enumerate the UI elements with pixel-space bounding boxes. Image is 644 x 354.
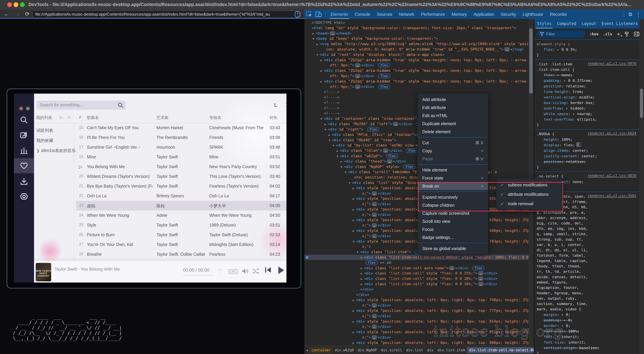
flex-badge[interactable]: flex [378,63,390,68]
song-row[interactable]: 26Picture to BurnwyTaylor SwiftTaylor Sw… [76,230,286,240]
song-row[interactable]: 17Sunshine Girl ~English Ver.~wymoumoonS… [76,142,286,152]
ellipsis-badge[interactable]: … [393,122,398,126]
ellipsis-badge[interactable]: … [355,74,360,78]
zoom-button[interactable] [20,2,25,7]
styles-subtab-layout[interactable]: Layout [579,19,599,29]
dom-tree-line[interactable]: x;"> [304,244,529,249]
devtools-tab-recorder[interactable]: Recorder [546,10,570,19]
dom-tree-line[interactable]: eft: 0px;">…</div> flex [304,63,529,68]
col-album[interactable]: 专辑名 [209,115,221,120]
css-property[interactable]: display: flex; [537,142,639,148]
col-num[interactable]: # [79,115,81,120]
menu-item-duplicate-element[interactable]: Duplicate element [418,120,488,128]
search-box[interactable]: Search for something... [36,101,126,110]
col-title[interactable]: 歌曲名 [87,115,99,120]
ellipsis-badge[interactable]: … [355,63,360,68]
dom-tree-line[interactable]: ▶<div class="list-item-cell" style="flex… [304,271,529,276]
dom-tree-line[interactable]: uto; position: relative; display: block;… [304,175,529,180]
css-source-link[interactable]: renderer.a2…c2.css:4970 [588,62,636,66]
breadcrumb-item[interactable]: container [310,347,333,353]
url-bar[interactable]: file:///Applications/lx-music-desktop.ap… [32,11,298,18]
song-row[interactable]: 16I'll Be There For YouwyThe RembrandtsF… [76,133,286,142]
menu-item-copy[interactable]: Copy> [418,147,488,155]
devtools-tab-sources[interactable]: Sources [374,10,396,19]
dom-tree-line[interactable]: x;">…</div> [304,223,529,228]
song-row[interactable]: ▷You Belong With MewyTaylor SwiftNew Yea… [76,162,286,172]
css-property[interactable]: height: 100%; [537,137,639,142]
menu-item-delete-element[interactable]: Delete element [418,128,488,136]
ellipsis-badge[interactable]: … [372,213,377,217]
refresh-icon[interactable]: ⟳ [67,115,71,120]
menu-item-paste[interactable]: Paste⌘ V [418,155,488,163]
ellipsis-badge[interactable]: … [372,303,377,307]
dom-tree-line[interactable]: ▶<div class="thead">…</div> [304,159,529,164]
sidebar-item-favorites[interactable] [14,158,34,173]
dom-tree-line[interactable]: </div> [304,287,529,292]
devtools-tab-security[interactable]: Security [498,10,519,19]
lyrics-icon[interactable]: LRC [228,269,238,274]
flex-badge[interactable]: flex [406,148,418,153]
dom-tree-line[interactable]: x;">…</div> [304,313,529,319]
dom-tree-line[interactable]: ▶<div style="position: absolute; left: 0… [304,340,529,345]
ellipsis-badge[interactable]: … [372,202,377,206]
dom-tree-line[interactable]: eft: 0px;">…</div> flex [304,84,529,89]
devtools-tab-network[interactable]: Network [396,10,418,19]
col-artist[interactable]: 艺术家 [156,115,168,120]
dom-tree-line[interactable]: <!----> [304,100,529,105]
css-property[interactable]: position: relative; [537,159,639,164]
dom-tree-line[interactable]: ▶<div class="ZG2qq" aria-hidden="true" s… [304,57,529,63]
flex-badge[interactable]: flex [366,260,378,265]
playlist-item[interactable]: 试听列表 [36,128,53,133]
breadcrumb-item[interactable]: div.list [404,347,425,353]
devtools-tab-memory[interactable]: Memory [448,10,470,19]
css-property[interactable]: white-space: ▸ nowrap; [537,111,639,117]
album-art[interactable]: NEW YEAR'S PARTY COUNTRY [36,263,51,281]
minimize-button[interactable] [14,2,18,7]
menu-item-hide-element[interactable]: Hide element [418,166,488,174]
song-row[interactable]: 18MinewyTaylor SwiftMine03:51 [76,152,286,162]
app-minimize-dot[interactable] [26,107,30,110]
css-source-link[interactable]: renderer.a2…c2.css:3502 [588,194,636,198]
styles-subtab-computed[interactable]: Computed [554,19,579,29]
breadcrumb-item[interactable]: div.NgAOP [356,347,379,353]
song-row[interactable]: 28BreathewyTaylor Swift, Colbie CaillatF… [76,249,286,259]
ellipsis-badge[interactable]: … [478,276,484,281]
ellipsis-badge[interactable]: … [478,271,484,275]
css-property[interactable]: flex: ▸ none; [537,72,639,78]
app-close-dot[interactable] [19,107,23,110]
forward-button[interactable]: → [13,10,22,18]
dom-tree-line[interactable]: ▼<div class="w6Zq9"> flex [304,153,529,159]
song-row[interactable]: 23虚拟wy陈粒小梦大半04:00 [76,201,286,211]
dom-tree-line[interactable]: ▶<div class="Muf8X" id="left">…</div> fl… [304,121,529,127]
dom-tree-line[interactable]: ▶<div class="ZG2qq" aria-hidden="true" s… [304,79,529,84]
css-property[interactable]: position: relative; [537,83,639,89]
song-row[interactable]: 27You're On Your Own, KidwyTaylor SwiftM… [76,240,286,249]
shuffle-icon[interactable] [252,269,259,274]
ellipsis-badge[interactable]: … [330,31,335,36]
mouse-icon[interactable] [295,11,300,18]
css-property[interactable]: vertical-align: baseline; [537,345,639,351]
devtools-tab-console[interactable]: Console [351,10,374,19]
css-property[interactable]: align-items: center; [537,148,639,153]
dom-tree-line[interactable]: x;">…</div> [304,212,529,217]
dom-tree-line[interactable]: ▶<div style="position: absolute; left: 0… [304,308,529,313]
css-source-link[interactable]: renderer.a2…c2.css:6624 [588,131,636,135]
menu-item-add-attribute[interactable]: Add attribute [418,96,488,104]
flex-badge[interactable]: flex [367,127,379,132]
dom-tree-line[interactable]: ▶<head>…</head> [304,31,529,36]
dom-tree-line[interactable]: ▼<div id="container" class="view-contain… [304,116,529,121]
more-menu-icon[interactable]: ⋮ [636,12,641,17]
dom-tree-line[interactable]: ▼<div id="root" style="display: block;" … [304,52,529,57]
ellipsis-badge[interactable]: … [449,266,454,270]
css-property[interactable]: box-sizing: border-box; [537,100,639,106]
dom-tree-line[interactable]: ▼<div class="NgAOP" style> flex [304,164,529,169]
styles-subtab-styles[interactable]: Styles [534,19,554,29]
flex-editor-icon[interactable] [576,142,581,147]
breadcrumb-item[interactable]: div.list-item-cell.no-select.NVOhA [467,347,534,353]
sidebar-item-search[interactable] [14,112,34,128]
dom-tree-line[interactable]: ▼<div class="list-item"> flex [304,249,529,255]
add-playlist-icon[interactable]: ≣₊ [59,115,65,120]
ellipsis-badge[interactable]: … [372,335,377,339]
previous-button[interactable] [264,266,272,275]
ellipsis-badge[interactable]: … [372,314,377,318]
